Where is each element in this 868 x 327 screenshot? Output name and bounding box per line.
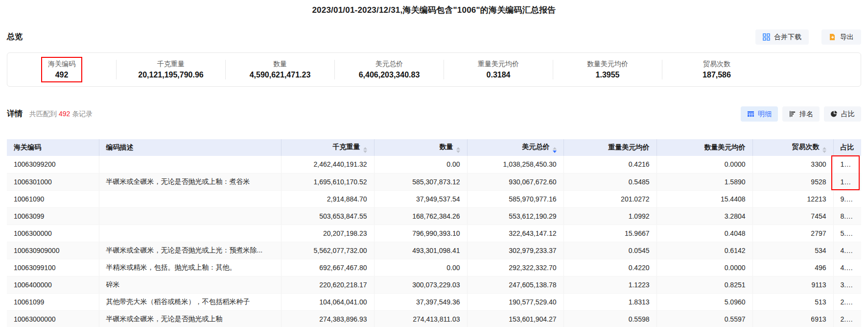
cell-8: 2.97% bbox=[833, 293, 861, 310]
tab-ranking[interactable]: 排名 bbox=[782, 106, 820, 122]
cell-1: 半碾米或全碾米，无论是否抛光或上釉：煮谷米 bbox=[99, 173, 281, 190]
column-label: 重量美元均价 bbox=[609, 143, 650, 151]
cell-6: 0.5597 bbox=[657, 310, 752, 327]
cell-4: 1,038,258,450.30 bbox=[467, 156, 563, 173]
cell-1 bbox=[99, 225, 281, 242]
column-header-0: 海关编码 bbox=[7, 139, 99, 156]
overview-header-row: 总览 合并下载导出 bbox=[0, 29, 868, 45]
cell-0: 10063099200 bbox=[7, 156, 99, 173]
cell-1 bbox=[99, 190, 281, 207]
ranking-icon bbox=[789, 110, 796, 118]
cell-3: 796,990,393.10 bbox=[374, 225, 467, 242]
cell-4: 585,970,977.16 bbox=[467, 190, 563, 207]
cell-4: 292,322,332.70 bbox=[467, 259, 563, 276]
stat-value: 0.3184 bbox=[487, 71, 511, 79]
cell-4: 302,979,233.37 bbox=[467, 242, 563, 259]
tab-label: 明细 bbox=[758, 110, 772, 119]
merge-download-button[interactable]: 合并下载 bbox=[755, 29, 809, 45]
sort-asc-icon[interactable] bbox=[553, 147, 557, 150]
detail-heading: 详情 bbox=[7, 109, 23, 119]
table-row: 1006400000碎米220,620,218.17300,073,229.03… bbox=[7, 276, 861, 293]
stat-label: 重量美元均价 bbox=[478, 60, 519, 69]
sort-asc-icon[interactable] bbox=[456, 147, 460, 150]
export-button[interactable]: 导出 bbox=[821, 29, 861, 45]
sort-desc-icon[interactable] bbox=[363, 151, 367, 153]
cell-0: 1006301000 bbox=[7, 173, 99, 190]
cell-4: 247,605,138.78 bbox=[467, 276, 563, 293]
table-icon bbox=[747, 110, 754, 118]
cell-6: 15.4408 bbox=[657, 190, 752, 207]
cell-5: 0.5598 bbox=[563, 310, 657, 327]
match-count: 492 bbox=[57, 110, 72, 118]
cell-3: 274,413,811.03 bbox=[374, 310, 467, 327]
cell-8: 8.64% bbox=[833, 207, 861, 225]
cell-2: 1,695,610,170.52 bbox=[281, 173, 374, 190]
stat-content: 数量 4,590,621,471.23 bbox=[243, 57, 318, 82]
sort-control[interactable] bbox=[363, 147, 367, 153]
column-header-7[interactable]: 贸易次数 bbox=[752, 139, 833, 156]
detail-header-row: 详情 共匹配到492条记录 明细排名占比 bbox=[0, 106, 868, 122]
stat-value: 20,121,195,790.96 bbox=[138, 71, 203, 79]
cell-2: 2,462,440,191.32 bbox=[281, 156, 374, 173]
detail-heading-group: 详情 共匹配到492条记录 bbox=[7, 109, 93, 119]
cell-8: 16.21% bbox=[833, 156, 861, 173]
cell-6: 5.0960 bbox=[657, 293, 752, 310]
overview-actions: 合并下载导出 bbox=[755, 29, 861, 45]
overview-stat-6: 贸易次数 187,586 bbox=[662, 57, 771, 82]
sort-control[interactable] bbox=[456, 147, 460, 153]
sort-desc-icon[interactable] bbox=[553, 151, 557, 153]
column-label: 海关编码 bbox=[14, 143, 41, 151]
overview-stat-0: 海关编码 492 bbox=[7, 57, 116, 82]
column-label: 贸易次数 bbox=[792, 143, 820, 151]
cell-0: 1006300000 bbox=[7, 225, 99, 242]
cell-2: 2,914,884.70 bbox=[281, 190, 374, 207]
column-header-1: 编码描述 bbox=[99, 139, 281, 156]
cell-1: 其他带壳大米（稻谷或糙米），不包括稻米种子 bbox=[99, 293, 281, 310]
cell-0: 10063000000 bbox=[7, 310, 99, 327]
stat-label: 美元总价 bbox=[375, 60, 403, 69]
tab-proportion[interactable]: 占比 bbox=[824, 106, 861, 122]
sort-asc-icon[interactable] bbox=[822, 147, 826, 150]
column-header-3[interactable]: 数量 bbox=[374, 139, 467, 156]
column-header-5: 重量美元均价 bbox=[563, 139, 657, 156]
table-body: 100630992002,462,440,191.320.001,038,258… bbox=[7, 156, 861, 327]
cell-1: 半精米或精米，包括。抛光或上釉：其他。 bbox=[99, 259, 281, 276]
tab-label: 排名 bbox=[799, 110, 813, 119]
cell-8: 14.52% bbox=[833, 173, 861, 190]
sort-control[interactable] bbox=[553, 147, 557, 153]
column-label: 千克重量 bbox=[333, 143, 360, 151]
cell-6: 3.2804 bbox=[657, 207, 752, 225]
stat-value: 1.3955 bbox=[596, 71, 620, 79]
cell-0: 10061099 bbox=[7, 293, 99, 310]
cell-6: 0.6142 bbox=[657, 242, 752, 259]
table-row: 10063000000半碾米或全碾米，无论是否抛光或上釉274,383,896.… bbox=[7, 310, 861, 327]
sort-asc-icon[interactable] bbox=[363, 147, 367, 150]
cell-5: 1.8313 bbox=[563, 293, 657, 310]
sort-control[interactable] bbox=[822, 147, 826, 153]
column-label: 美元总价 bbox=[522, 143, 550, 151]
stat-value: 492 bbox=[55, 71, 69, 79]
stat-label: 千克重量 bbox=[157, 60, 185, 69]
cell-0: 100630909000 bbox=[7, 242, 99, 259]
cell-3: 168,762,384.26 bbox=[374, 207, 467, 225]
cell-2: 503,653,847.55 bbox=[281, 207, 374, 225]
cell-5: 0.4216 bbox=[563, 156, 657, 173]
column-header-4[interactable]: 美元总价 bbox=[467, 139, 563, 156]
stat-value: 4,590,621,471.23 bbox=[250, 71, 311, 79]
stat-label: 数量美元均价 bbox=[587, 60, 628, 69]
sort-desc-icon[interactable] bbox=[822, 151, 826, 153]
cell-5: 1.0992 bbox=[563, 207, 657, 225]
detail-view-tabs: 明细排名占比 bbox=[741, 106, 861, 122]
cell-7: 534 bbox=[752, 242, 833, 259]
column-header-2[interactable]: 千克重量 bbox=[281, 139, 374, 156]
cell-7: 9528 bbox=[752, 173, 833, 190]
cell-1: 半碾米或全碾米，无论是否抛光或上釉 bbox=[99, 310, 281, 327]
cell-2: 274,383,896.93 bbox=[281, 310, 374, 327]
column-label: 数量 bbox=[440, 143, 453, 151]
table-row: 100610902,914,884.7037,949,537.54585,970… bbox=[7, 190, 861, 207]
overview-stat-5: 数量美元均价 1.3955 bbox=[553, 57, 662, 82]
sort-desc-icon[interactable] bbox=[456, 151, 460, 153]
export-icon bbox=[829, 33, 836, 41]
cell-3: 0.00 bbox=[374, 259, 467, 276]
tab-detail[interactable]: 明细 bbox=[741, 106, 778, 122]
